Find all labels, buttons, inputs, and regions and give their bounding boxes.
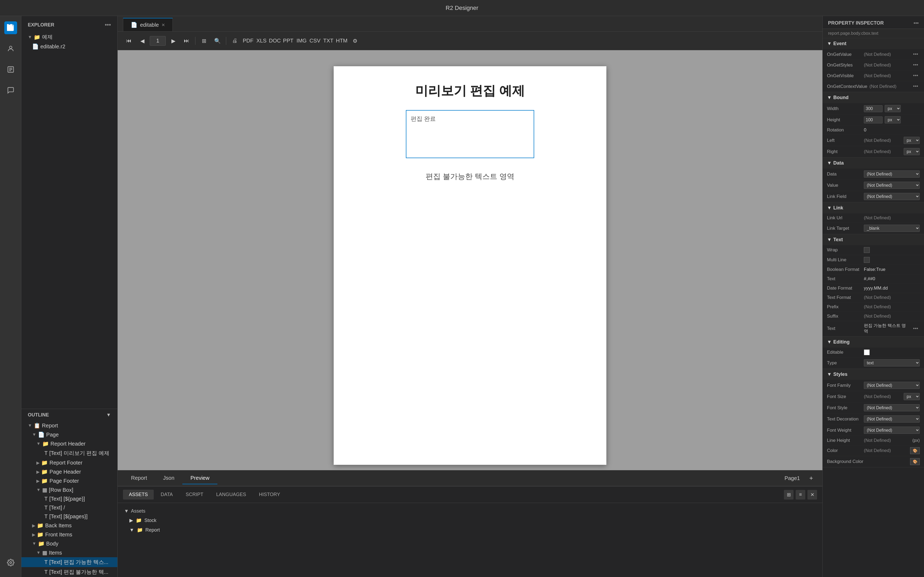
prop-data-select[interactable]: (Not Defined) bbox=[864, 171, 920, 177]
activity-report-icon[interactable] bbox=[4, 63, 17, 76]
prop-row-linktarget: Link Target _blank bbox=[823, 223, 924, 234]
prop-multiline-checkbox[interactable] bbox=[864, 257, 870, 263]
prop-wrap-checkbox[interactable] bbox=[864, 247, 870, 253]
export-pdf-button[interactable]: PDF bbox=[242, 35, 254, 47]
activity-chat-icon[interactable] bbox=[4, 84, 17, 97]
export-word-button[interactable]: DOC bbox=[269, 35, 281, 47]
prop-section-styles: ▼ Styles Font Family (Not Defined) Font … bbox=[823, 369, 924, 467]
outline-front-items[interactable]: ▶ 📁 Front Items bbox=[21, 530, 117, 539]
prop-section-styles-header[interactable]: ▼ Styles bbox=[823, 369, 924, 380]
prop-linktarget-select[interactable]: _blank bbox=[864, 225, 920, 232]
outline-text-title[interactable]: T [Text] 미리보기 편집 예제 bbox=[21, 448, 117, 458]
prop-left-unit-select[interactable]: px bbox=[904, 137, 920, 144]
outline-text-editable[interactable]: T [Text] 편집 가능한 텍스... bbox=[21, 557, 117, 567]
prop-bgcolor-picker-button[interactable]: 🎨 bbox=[910, 458, 920, 465]
prop-ongetvalue-btn[interactable]: ••• bbox=[911, 51, 920, 58]
prop-height-input[interactable] bbox=[864, 116, 882, 123]
zoom-out-button[interactable]: 🔍 bbox=[212, 35, 223, 47]
assets-tab-languages[interactable]: LANGUAGES bbox=[210, 490, 252, 500]
activity-settings-icon[interactable] bbox=[4, 556, 17, 569]
prop-section-event-header[interactable]: ▼ Event bbox=[823, 38, 924, 49]
explorer-more-icon[interactable]: ••• bbox=[105, 21, 111, 28]
prop-section-bound-header[interactable]: ▼ Bound bbox=[823, 92, 924, 103]
assets-root-label: ▼ Assets bbox=[121, 507, 819, 516]
prop-linkfield-select[interactable]: (Not Defined) bbox=[864, 193, 920, 200]
outline-page-header[interactable]: ▶ 📁 Page Header bbox=[21, 467, 117, 476]
prop-fontfamily-select[interactable]: (Not Defined) bbox=[864, 382, 920, 389]
outline-report-header[interactable]: ▼ 📁 Report Header bbox=[21, 439, 117, 448]
first-page-button[interactable]: ⏮ bbox=[123, 35, 135, 47]
export-ppt-button[interactable]: PPT bbox=[282, 35, 294, 47]
tab-json[interactable]: Json bbox=[155, 472, 183, 484]
add-page-button[interactable]: + bbox=[805, 472, 817, 484]
activity-user-icon[interactable] bbox=[4, 42, 17, 55]
activity-explorer-icon[interactable] bbox=[4, 21, 17, 34]
title-bar: R2 Designer bbox=[0, 0, 924, 16]
tab-preview[interactable]: Preview bbox=[183, 472, 217, 484]
assets-tab-script[interactable]: SCRIPT bbox=[180, 490, 209, 500]
page-number-input[interactable] bbox=[150, 36, 166, 46]
assets-tab-assets[interactable]: ASSETS bbox=[123, 490, 154, 500]
assets-tab-history[interactable]: HISTORY bbox=[253, 490, 286, 500]
prop-color-picker-button[interactable]: 🎨 bbox=[910, 447, 920, 454]
explorer-file[interactable]: 📄 editable.r2 bbox=[21, 42, 117, 51]
editor-tab[interactable]: 📄 editable ✕ bbox=[123, 18, 173, 31]
assets-grid-view-button[interactable]: ⊞ bbox=[784, 490, 793, 500]
prop-width-unit-select[interactable]: px bbox=[885, 105, 901, 112]
prop-row-data: Data (Not Defined) bbox=[823, 169, 924, 180]
prop-text-btn[interactable]: ••• bbox=[911, 326, 920, 332]
outline-back-items[interactable]: ▶ 📁 Back Items bbox=[21, 521, 117, 530]
prop-ongetcontextvalue-btn[interactable]: ••• bbox=[911, 83, 920, 90]
prop-section-text-header[interactable]: ▼ Text bbox=[823, 234, 924, 245]
print-button[interactable]: 🖨 bbox=[229, 35, 241, 47]
last-page-button[interactable]: ⏭ bbox=[181, 35, 192, 47]
outline-text-slash[interactable]: T [Text] / bbox=[21, 503, 117, 512]
prop-value-select[interactable]: (Not Defined) bbox=[864, 182, 920, 189]
export-txt-button[interactable]: TXT bbox=[322, 35, 334, 47]
next-page-button[interactable]: ▶ bbox=[167, 35, 179, 47]
prop-fontweight-select[interactable]: (Not Defined) bbox=[864, 427, 920, 434]
outline-page[interactable]: ▼ 📄 Page bbox=[21, 430, 117, 439]
tab-report[interactable]: Report bbox=[123, 472, 155, 484]
export-html-button[interactable]: HTM bbox=[336, 35, 347, 47]
prop-section-link-header[interactable]: ▼ Link bbox=[823, 203, 924, 213]
outline-page-footer[interactable]: ▶ 📁 Page Footer bbox=[21, 476, 117, 485]
prev-page-button[interactable]: ◀ bbox=[136, 35, 148, 47]
assets-report-folder[interactable]: ▼ 📁 Report bbox=[121, 525, 819, 535]
export-excel-button[interactable]: XLS bbox=[255, 35, 267, 47]
fit-button[interactable]: ⊞ bbox=[198, 35, 210, 47]
outline-text-page[interactable]: T [Text] [${page}] bbox=[21, 495, 117, 503]
prop-fontsize-unit-select[interactable]: px bbox=[904, 393, 920, 400]
outline-text-readonly[interactable]: T [Text] 편집 불가능한 텍... bbox=[21, 567, 117, 577]
assets-list-view-button[interactable]: ≡ bbox=[796, 490, 805, 500]
prop-type-select[interactable]: text bbox=[864, 359, 920, 366]
explorer-folder[interactable]: ▼ 📁 예제 bbox=[21, 32, 117, 42]
prop-row-suffix: Suffix (Not Defined) bbox=[823, 312, 924, 321]
outline-report-footer[interactable]: ▶ 📁 Report Footer bbox=[21, 458, 117, 467]
assets-close-button[interactable]: ✕ bbox=[808, 490, 817, 500]
outline-row-box[interactable]: ▼ ▦ [Row Box] bbox=[21, 485, 117, 495]
prop-section-editing-header[interactable]: ▼ Editing bbox=[823, 337, 924, 348]
prop-textdecoration-select[interactable]: (Not Defined) bbox=[864, 415, 920, 422]
prop-more-icon[interactable]: ••• bbox=[914, 20, 919, 26]
outline-text-pages[interactable]: T [Text] [${pages}] bbox=[21, 512, 117, 521]
prop-ongetstyles-btn[interactable]: ••• bbox=[911, 62, 920, 68]
prop-section-data-header[interactable]: ▼ Data bbox=[823, 158, 924, 169]
outline-items[interactable]: ▼ ▦ Items bbox=[21, 548, 117, 557]
prop-width-input[interactable] bbox=[864, 105, 882, 112]
prop-height-unit-select[interactable]: px bbox=[885, 116, 901, 123]
prop-ongetvisible-btn[interactable]: ••• bbox=[911, 73, 920, 79]
prop-fontstyle-select[interactable]: (Not Defined) bbox=[864, 404, 920, 411]
outline-header[interactable]: OUTLINE ▼ bbox=[21, 409, 117, 421]
prop-right-unit-select[interactable]: px bbox=[904, 148, 920, 155]
assets-stock-folder[interactable]: ▶ 📁 Stock bbox=[121, 516, 819, 525]
settings-button[interactable]: ⚙ bbox=[349, 35, 361, 47]
assets-tab-data[interactable]: DATA bbox=[155, 490, 179, 500]
export-csv-button[interactable]: CSV bbox=[309, 35, 321, 47]
tab-close-icon[interactable]: ✕ bbox=[162, 23, 165, 27]
outline-body[interactable]: ▼ 📁 Body bbox=[21, 539, 117, 548]
outline-report[interactable]: ▼ 📋 Report bbox=[21, 421, 117, 430]
prop-editable-checkbox[interactable] bbox=[864, 350, 870, 355]
export-img-button[interactable]: IMG bbox=[296, 35, 307, 47]
editable-text-box[interactable]: 편집 완료 bbox=[406, 110, 534, 158]
